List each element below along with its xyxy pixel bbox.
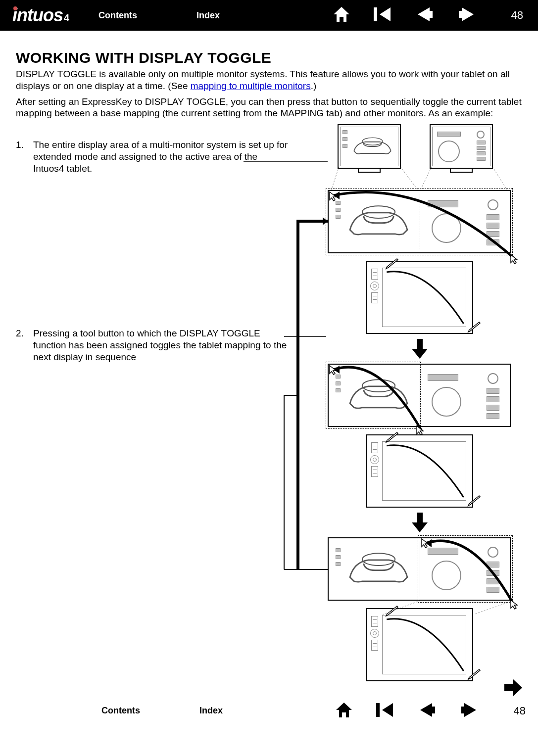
tablet-curve-icon [383,268,466,327]
monitor-right-top [430,124,493,169]
ui-panel-icon [426,372,502,421]
mapping-highlight-2 [326,362,421,429]
mapping-highlight-1 [326,188,513,255]
tablet-curve-icon [383,615,466,674]
svg-line-3 [400,167,418,190]
step-2-number: 2. [16,328,33,363]
step-1-text: The entire display area of a multi-monit… [33,139,288,174]
cursor-icon [329,365,338,376]
cursor-icon [510,599,519,610]
body-two-column: 1. The entire display area of a multi-mo… [16,128,522,687]
svg-rect-0 [374,7,377,21]
nav-index-link[interactable]: Index [196,10,220,21]
home-icon[interactable] [335,702,353,720]
monitor-left-top [338,124,401,169]
next-page-icon[interactable] [457,6,477,24]
down-arrow-icon [411,338,429,360]
main-content: WORKING WITH DISPLAY TOGGLE DISPLAY TOGG… [0,31,538,697]
svg-line-5 [492,167,507,190]
tablet-2 [366,434,473,508]
monitor-pair-top [338,124,493,169]
next-page-icon[interactable] [459,702,479,720]
home-icon[interactable] [333,6,350,25]
nav-icons: 48 [333,6,526,25]
footer-contents-link[interactable]: Contents [101,706,140,716]
svg-line-2 [331,167,339,190]
continue-next-icon[interactable] [502,678,523,699]
down-arrow-icon [411,512,429,533]
svg-point-1 [362,138,383,145]
intro-paragraph-1: DISPLAY TOGGLE is available only on mult… [16,68,522,92]
mapping-highlight-3 [418,535,513,603]
first-page-icon[interactable] [373,6,392,24]
logo-suffix: 4 [64,12,69,23]
first-page-icon[interactable] [375,702,395,720]
top-navbar: intuos4 Contents Index 48 [0,0,538,31]
diagram-column [293,128,522,687]
pen-icon [466,321,481,334]
prev-page-icon[interactable] [415,6,435,24]
svg-point-8 [362,553,395,566]
cursor-icon [421,538,430,549]
flow-bracket-icon [275,192,330,573]
tablet-curve-icon [383,442,466,500]
footer-navbar: Contents Index 48 [0,697,538,724]
step-1-number: 1. [16,139,33,174]
pen-icon [384,431,399,444]
logo-dot-icon [13,6,17,10]
ui-panel-icon [435,130,488,163]
nav-contents-link[interactable]: Contents [98,10,137,21]
page-number-top: 48 [511,9,523,22]
tablet-1 [366,261,473,334]
pen-icon [466,668,481,681]
cursor-icon [416,425,425,436]
svg-rect-18 [376,703,380,717]
page-title: WORKING WITH DISPLAY TOGGLE [16,49,522,66]
car-icon [349,130,395,163]
step-2: 2. Pressing a tool button to which the D… [16,328,288,363]
mapping-link[interactable]: mapping to multiple monitors [191,81,311,91]
step-1: 1. The entire display area of a multi-mo… [16,139,288,174]
svg-line-10 [474,601,513,614]
logo: intuos4 [12,5,69,26]
steps-column: 1. The entire display area of a multi-mo… [16,128,293,687]
intro-paragraph-2: After setting an ExpressKey to DISPLAY T… [16,96,522,120]
prev-page-icon[interactable] [417,702,437,720]
pen-icon [384,605,399,618]
car-icon [344,546,413,594]
tablet-3 [366,608,473,681]
page-number-bottom: 48 [514,705,526,717]
footer-nav-icons: 48 [335,702,526,720]
svg-line-4 [420,167,432,190]
cursor-icon [510,254,519,265]
step-2-text: Pressing a tool button to which the DISP… [33,328,288,363]
footer-index-link[interactable]: Index [199,706,223,716]
cursor-icon [329,191,338,202]
logo-text: intuos [12,5,63,25]
pen-icon [466,495,481,508]
pen-icon [384,258,399,271]
